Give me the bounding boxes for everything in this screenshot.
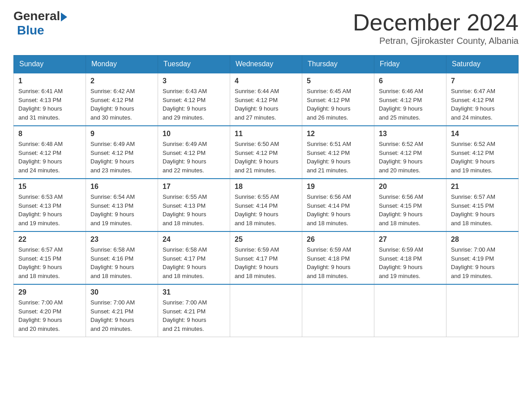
calendar-cell: 17Sunrise: 6:55 AMSunset: 4:13 PMDayligh… [158, 179, 230, 231]
calendar-table: SundayMondayTuesdayWednesdayThursdayFrid… [13, 55, 519, 337]
day-info: Sunrise: 6:56 AMSunset: 4:15 PMDaylight:… [379, 193, 442, 227]
calendar-cell [374, 284, 446, 337]
calendar-cell: 9Sunrise: 6:49 AMSunset: 4:12 PMDaylight… [86, 126, 158, 179]
calendar-cell [230, 284, 302, 337]
calendar-cell: 1Sunrise: 6:41 AMSunset: 4:13 PMDaylight… [14, 73, 86, 126]
calendar-cell: 26Sunrise: 6:59 AMSunset: 4:18 PMDayligh… [302, 231, 374, 284]
day-number: 14 [451, 130, 514, 138]
day-info: Sunrise: 6:57 AMSunset: 4:15 PMDaylight:… [18, 245, 81, 280]
calendar-cell: 24Sunrise: 6:58 AMSunset: 4:17 PMDayligh… [158, 231, 230, 284]
day-number: 26 [307, 235, 369, 244]
calendar-cell: 4Sunrise: 6:44 AMSunset: 4:12 PMDaylight… [230, 73, 302, 126]
day-info: Sunrise: 6:46 AMSunset: 4:12 PMDaylight:… [379, 87, 442, 122]
weekday-header-saturday: Saturday [446, 56, 519, 73]
day-number: 20 [379, 183, 442, 191]
day-number: 7 [451, 77, 514, 85]
page-header: General Blue December 2024 Petran, Gjiro… [13, 9, 519, 46]
calendar-cell: 27Sunrise: 6:59 AMSunset: 4:18 PMDayligh… [374, 231, 446, 284]
day-info: Sunrise: 6:59 AMSunset: 4:17 PMDaylight:… [235, 245, 297, 280]
day-info: Sunrise: 6:47 AMSunset: 4:12 PMDaylight:… [451, 87, 514, 122]
calendar-cell: 18Sunrise: 6:55 AMSunset: 4:14 PMDayligh… [230, 179, 302, 231]
calendar-cell: 5Sunrise: 6:45 AMSunset: 4:12 PMDaylight… [302, 73, 374, 126]
day-number: 12 [307, 130, 369, 138]
week-row-4: 22Sunrise: 6:57 AMSunset: 4:15 PMDayligh… [14, 231, 519, 284]
calendar-cell: 7Sunrise: 6:47 AMSunset: 4:12 PMDaylight… [446, 73, 519, 126]
week-row-5: 29Sunrise: 7:00 AMSunset: 4:20 PMDayligh… [14, 284, 519, 337]
day-number: 11 [235, 130, 297, 138]
weekday-header-wednesday: Wednesday [230, 56, 302, 73]
calendar-cell: 25Sunrise: 6:59 AMSunset: 4:17 PMDayligh… [230, 231, 302, 284]
calendar-cell: 3Sunrise: 6:43 AMSunset: 4:12 PMDaylight… [158, 73, 230, 126]
day-number: 28 [451, 235, 514, 244]
day-info: Sunrise: 6:41 AMSunset: 4:13 PMDaylight:… [18, 87, 81, 122]
day-info: Sunrise: 7:00 AMSunset: 4:21 PMDaylight:… [90, 298, 153, 333]
calendar-cell: 12Sunrise: 6:51 AMSunset: 4:12 PMDayligh… [302, 126, 374, 179]
calendar-cell: 29Sunrise: 7:00 AMSunset: 4:20 PMDayligh… [14, 284, 86, 337]
day-info: Sunrise: 6:55 AMSunset: 4:13 PMDaylight:… [163, 193, 225, 227]
day-number: 13 [379, 130, 442, 138]
week-row-2: 8Sunrise: 6:48 AMSunset: 4:12 PMDaylight… [14, 126, 519, 179]
calendar-cell: 6Sunrise: 6:46 AMSunset: 4:12 PMDaylight… [374, 73, 446, 126]
day-number: 17 [163, 183, 225, 191]
day-info: Sunrise: 6:42 AMSunset: 4:12 PMDaylight:… [90, 87, 153, 122]
day-info: Sunrise: 7:00 AMSunset: 4:19 PMDaylight:… [451, 245, 514, 280]
day-number: 22 [18, 235, 81, 244]
day-info: Sunrise: 7:00 AMSunset: 4:20 PMDaylight:… [18, 298, 81, 333]
calendar-cell: 28Sunrise: 7:00 AMSunset: 4:19 PMDayligh… [446, 231, 519, 284]
day-number: 9 [90, 130, 153, 138]
calendar-cell: 20Sunrise: 6:56 AMSunset: 4:15 PMDayligh… [374, 179, 446, 231]
day-number: 30 [90, 288, 153, 296]
weekday-header-monday: Monday [86, 56, 158, 73]
week-row-3: 15Sunrise: 6:53 AMSunset: 4:13 PMDayligh… [14, 179, 519, 231]
logo-general-text: General [13, 9, 60, 23]
day-number: 8 [18, 130, 81, 138]
title-section: December 2024 Petran, Gjirokaster County… [353, 9, 519, 46]
day-info: Sunrise: 6:51 AMSunset: 4:12 PMDaylight:… [307, 140, 369, 175]
day-number: 23 [90, 235, 153, 244]
calendar-cell: 23Sunrise: 6:58 AMSunset: 4:16 PMDayligh… [86, 231, 158, 284]
day-info: Sunrise: 6:58 AMSunset: 4:17 PMDaylight:… [163, 245, 225, 280]
day-info: Sunrise: 6:50 AMSunset: 4:12 PMDaylight:… [235, 140, 297, 175]
calendar-cell: 31Sunrise: 7:00 AMSunset: 4:21 PMDayligh… [158, 284, 230, 337]
month-title: December 2024 [353, 9, 519, 36]
calendar-cell [302, 284, 374, 337]
day-info: Sunrise: 6:58 AMSunset: 4:16 PMDaylight:… [90, 245, 153, 280]
day-number: 29 [18, 288, 81, 296]
weekday-header-thursday: Thursday [302, 56, 374, 73]
day-number: 16 [90, 183, 153, 191]
day-info: Sunrise: 6:48 AMSunset: 4:12 PMDaylight:… [18, 140, 81, 175]
calendar-cell: 19Sunrise: 6:56 AMSunset: 4:14 PMDayligh… [302, 179, 374, 231]
week-row-1: 1Sunrise: 6:41 AMSunset: 4:13 PMDaylight… [14, 73, 519, 126]
day-number: 2 [90, 77, 153, 85]
calendar-cell: 21Sunrise: 6:57 AMSunset: 4:15 PMDayligh… [446, 179, 519, 231]
day-number: 3 [163, 77, 225, 85]
day-info: Sunrise: 6:44 AMSunset: 4:12 PMDaylight:… [235, 87, 297, 122]
day-number: 6 [379, 77, 442, 85]
logo-arrow-icon [61, 13, 67, 21]
day-number: 25 [235, 235, 297, 244]
day-number: 4 [235, 77, 297, 85]
calendar-cell: 10Sunrise: 6:49 AMSunset: 4:12 PMDayligh… [158, 126, 230, 179]
calendar-cell: 15Sunrise: 6:53 AMSunset: 4:13 PMDayligh… [14, 179, 86, 231]
day-info: Sunrise: 6:54 AMSunset: 4:13 PMDaylight:… [90, 193, 153, 227]
day-info: Sunrise: 6:43 AMSunset: 4:12 PMDaylight:… [163, 87, 225, 122]
day-info: Sunrise: 6:59 AMSunset: 4:18 PMDaylight:… [307, 245, 369, 280]
day-number: 31 [163, 288, 225, 296]
day-info: Sunrise: 6:52 AMSunset: 4:12 PMDaylight:… [379, 140, 442, 175]
day-number: 21 [451, 183, 514, 191]
day-number: 19 [307, 183, 369, 191]
calendar-cell: 13Sunrise: 6:52 AMSunset: 4:12 PMDayligh… [374, 126, 446, 179]
day-number: 18 [235, 183, 297, 191]
calendar-cell: 22Sunrise: 6:57 AMSunset: 4:15 PMDayligh… [14, 231, 86, 284]
weekday-header-tuesday: Tuesday [158, 56, 230, 73]
day-number: 27 [379, 235, 442, 244]
calendar-cell: 16Sunrise: 6:54 AMSunset: 4:13 PMDayligh… [86, 179, 158, 231]
day-info: Sunrise: 6:49 AMSunset: 4:12 PMDaylight:… [90, 140, 153, 175]
calendar-cell: 14Sunrise: 6:52 AMSunset: 4:12 PMDayligh… [446, 126, 519, 179]
day-info: Sunrise: 6:57 AMSunset: 4:15 PMDaylight:… [451, 193, 514, 227]
day-info: Sunrise: 6:56 AMSunset: 4:14 PMDaylight:… [307, 193, 369, 227]
logo-blue-text: Blue [17, 23, 44, 38]
day-info: Sunrise: 6:59 AMSunset: 4:18 PMDaylight:… [379, 245, 442, 280]
day-info: Sunrise: 6:45 AMSunset: 4:12 PMDaylight:… [307, 87, 369, 122]
weekday-header-row: SundayMondayTuesdayWednesdayThursdayFrid… [14, 56, 519, 73]
